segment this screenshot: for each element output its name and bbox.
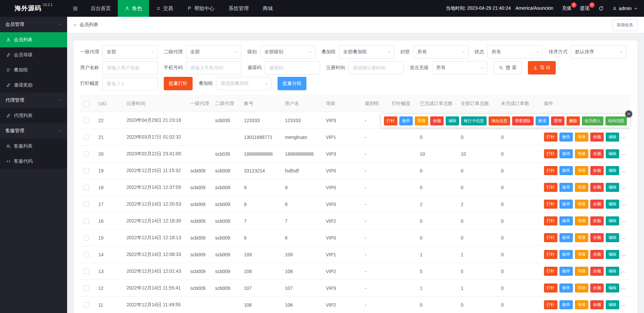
inject-range-input[interactable] (102, 77, 158, 90)
row-action-balance[interactable]: 余额 (590, 166, 604, 175)
row-action-inject[interactable]: 打针 (544, 200, 557, 209)
row-action-edit[interactable]: 编辑 (606, 183, 619, 192)
row-checkbox[interactable] (84, 168, 89, 173)
row-action-balance[interactable]: 余额 (590, 250, 604, 259)
row-action-level[interactable]: 等级 (575, 250, 588, 259)
more-actions-button[interactable]: ... (621, 218, 626, 223)
row-action-order[interactable]: 做单 (559, 183, 573, 192)
popover-action-bank-card[interactable]: 银行卡信息 (461, 116, 487, 125)
row-action-level[interactable]: 等级 (575, 267, 588, 276)
row-checkbox[interactable] (84, 118, 89, 123)
sidebar-item-agent-list[interactable]: 代理列表 (0, 108, 67, 123)
popover-action-disable[interactable]: 禁用 (551, 116, 564, 125)
export-button[interactable]: 导 出 (528, 61, 556, 74)
phone-input[interactable] (186, 61, 241, 74)
withdraw-link[interactable]: 提现 0 (580, 5, 590, 11)
level-select[interactable]: 全部级别 (260, 45, 315, 59)
nav-item-mall[interactable]: 商城 (256, 0, 280, 17)
popover-action-inject[interactable]: 打针 (384, 116, 397, 125)
row-action-balance[interactable]: 余额 (590, 216, 604, 225)
row-action-inject[interactable]: 打针 (544, 283, 557, 293)
row-action-level[interactable]: 等级 (575, 166, 588, 175)
agent1-select[interactable]: 全部 (102, 45, 158, 59)
more-actions-button[interactable]: ... (621, 168, 626, 173)
row-action-inject[interactable]: 打针 (544, 300, 557, 309)
row-action-level[interactable]: 等级 (575, 183, 588, 192)
recharge-link[interactable]: 充值 4 (562, 5, 572, 11)
row-checkbox[interactable] (84, 202, 89, 207)
sidebar-group-agent[interactable]: 代理管理 (0, 93, 67, 108)
more-actions-button[interactable]: ... (621, 302, 626, 307)
sidebar-item-overlay-group[interactable]: 叠加组 (0, 62, 67, 77)
popover-action-fake-user[interactable]: 设为假人 (582, 116, 603, 125)
row-action-order[interactable]: 做单 (559, 166, 573, 175)
row-checkbox[interactable] (84, 285, 89, 291)
status-select[interactable]: 所有 (487, 45, 543, 59)
row-action-balance[interactable]: 余额 (590, 133, 604, 142)
popover-action-delete[interactable]: 删除 (566, 116, 580, 125)
row-checkbox[interactable] (84, 302, 89, 308)
row-action-level[interactable]: 等级 (575, 200, 588, 209)
row-action-order[interactable]: 做单 (559, 216, 573, 225)
more-actions-button[interactable]: ... (621, 285, 626, 290)
sort-select[interactable]: 默认排序 (571, 45, 626, 59)
sidebar-group-member[interactable]: 会员管理 (0, 17, 67, 32)
select-all-checkbox[interactable] (84, 101, 89, 107)
username-input[interactable] (102, 61, 158, 74)
popover-action-balance[interactable]: 余额 (430, 116, 444, 125)
menu-toggle-button[interactable] (67, 0, 84, 17)
popover-action-message[interactable]: 站内消息 (605, 116, 627, 125)
more-actions-button[interactable]: ... (621, 201, 626, 206)
row-action-edit[interactable]: 编辑 (606, 283, 619, 293)
row-action-inject[interactable]: 打针 (544, 250, 557, 259)
reg-time-input[interactable] (348, 61, 404, 74)
ban-select[interactable]: 所有 (413, 45, 468, 59)
row-action-inject[interactable]: 打针 (544, 149, 557, 158)
row-checkbox[interactable] (84, 151, 89, 157)
row-action-balance[interactable]: 余额 (590, 300, 604, 309)
batch-group-button[interactable]: 批量分组 (278, 77, 306, 90)
row-action-edit[interactable]: 编辑 (606, 133, 619, 142)
row-action-edit[interactable]: 编辑 (606, 216, 619, 225)
nav-item-trade[interactable]: 交易 (149, 0, 180, 17)
more-actions-button[interactable]: ... (621, 235, 626, 240)
row-action-edit[interactable]: 编辑 (606, 267, 619, 276)
popover-close-button[interactable]: × (625, 110, 632, 117)
row-action-inject[interactable]: 打针 (544, 166, 557, 175)
row-action-level[interactable]: 等级 (575, 300, 588, 309)
row-checkbox[interactable] (84, 269, 89, 274)
more-actions-button[interactable]: ... (621, 252, 626, 257)
row-action-edit[interactable]: 编辑 (606, 166, 619, 175)
row-action-balance[interactable]: 余额 (590, 267, 604, 276)
popover-action-level[interactable]: 等级 (415, 116, 428, 125)
search-button[interactable]: 搜 索 (493, 61, 522, 74)
invite-code-input[interactable] (265, 61, 320, 74)
row-action-order[interactable]: 做单 (559, 300, 573, 309)
more-actions-button[interactable]: ... (621, 134, 626, 139)
row-action-order[interactable]: 做单 (559, 233, 573, 242)
popover-action-order[interactable]: 做单 (399, 116, 413, 125)
sidebar-group-service[interactable]: 客服管理 (0, 123, 67, 139)
admin-menu[interactable]: admin (612, 6, 638, 11)
refresh-button[interactable] (598, 6, 604, 11)
row-action-balance[interactable]: 余额 (590, 283, 604, 293)
row-action-order[interactable]: 做单 (559, 267, 573, 276)
sidebar-item-service-list[interactable]: 客服列表 (0, 139, 67, 154)
nav-item-system[interactable]: 系统管理 (221, 0, 256, 17)
row-action-level[interactable]: 等级 (575, 149, 588, 158)
overlay-group-select[interactable]: 全部叠加组 (339, 45, 394, 59)
sidebar-item-member-list[interactable]: 会员列表 (0, 32, 67, 47)
row-checkbox[interactable] (84, 185, 89, 190)
sidebar-item-invite-reward[interactable]: 邀请奖励 (0, 77, 67, 93)
row-action-level[interactable]: 等级 (575, 233, 588, 242)
nav-item-help[interactable]: 帮助中心 (180, 0, 221, 17)
more-actions-button[interactable]: ... (621, 185, 626, 190)
row-action-level[interactable]: 等级 (575, 216, 588, 225)
batch-inject-button[interactable]: 批量打针 (164, 77, 193, 90)
row-action-balance[interactable]: 余额 (590, 149, 604, 158)
add-member-button[interactable]: 添加会员 (612, 19, 638, 31)
row-checkbox[interactable] (84, 218, 89, 224)
popover-action-team[interactable]: 查看团队 (512, 116, 534, 125)
row-action-edit[interactable]: 编辑 (606, 200, 619, 209)
row-action-edit[interactable]: 编辑 (606, 149, 619, 158)
